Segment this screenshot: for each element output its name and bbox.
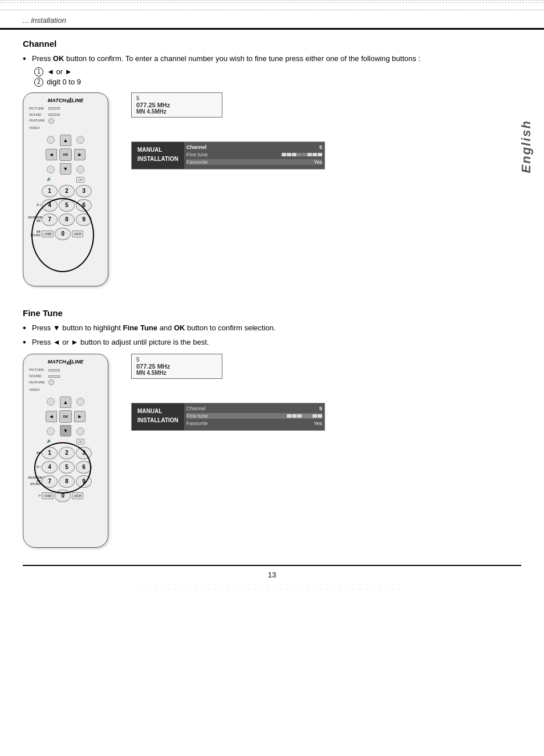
screen-area-channel: 5 077.25 MHz MN 4.5MHz MANUAL INSTALLATI…: [131, 92, 521, 169]
screen-main-ft: MANUAL INSTALLATION Channel 5 Fine tune: [131, 403, 325, 431]
btn-6-ft[interactable]: 6: [76, 461, 92, 474]
label-feature: FEATURE: [29, 118, 102, 124]
numpad-area-channel: 1 2 3 ZI I 4 5 6: [28, 185, 103, 240]
btn-1[interactable]: 1: [42, 185, 58, 197]
screen-row-2-ch: Fine tune: [186, 152, 322, 157]
numbered-item-2: 2 digit 0 to 9: [34, 78, 521, 87]
yes-value-ft: Yes: [314, 421, 322, 426]
btn-ach-ft[interactable]: A/CH: [72, 492, 83, 499]
circle-icon-ft: ⊙: [28, 494, 40, 498]
side-zii: ZI I: [28, 204, 40, 207]
screen-row-3-ft: Favourite Yes: [186, 421, 322, 426]
numpad-row4-ft: ⊙ i OSD 0 A/CH: [28, 490, 103, 502]
picture-bar-ft: [48, 369, 60, 371]
bar1: [67, 100, 68, 103]
num-circle-1: 1: [34, 67, 43, 76]
screen-left-channel: MANUAL INSTALLATION: [132, 142, 184, 169]
dpad-left[interactable]: ◄: [46, 149, 57, 160]
dpad-down[interactable]: ▼: [60, 163, 71, 175]
btn-2-ft[interactable]: 2: [59, 447, 75, 459]
numbered-list: 1 ◄ or ► 2 digit 0 to 9: [34, 67, 521, 87]
dpad-left-ft[interactable]: ◄: [46, 411, 57, 422]
sound-bar-ft: [48, 375, 60, 378]
dpad-up[interactable]: ▲: [60, 135, 71, 146]
fine-tune-bullet-1: • Press ▼ button to highlight Fine Tune …: [23, 322, 521, 334]
ch-label-ft: Channel: [186, 406, 206, 411]
btn-7[interactable]: 7: [42, 213, 58, 226]
bar-ft-3: [297, 414, 302, 418]
btn-4[interactable]: 4: [42, 199, 58, 212]
corner-tl: [47, 136, 55, 144]
btn-1-ft[interactable]: 1: [42, 447, 58, 459]
corner-tr-ft: [76, 398, 84, 406]
side-incredible-ft: INCREDIBLE BB SOUND: [28, 476, 40, 486]
dpad-ok-ft[interactable]: OK: [59, 410, 72, 423]
screen-row-1-ft: Channel 5: [186, 406, 322, 411]
btn-iosd-ft[interactable]: i OSD: [42, 492, 54, 499]
bar-2: [287, 153, 291, 156]
sound-label: SOUND: [28, 234, 40, 237]
btn-7-ft[interactable]: 7: [42, 475, 58, 488]
screen-top-ft: 5 077.25 MHz MN 4.5MHz: [131, 354, 222, 379]
btn-9[interactable]: 9: [76, 213, 92, 226]
channel-bullet-1-text: Press OK button to confirm. To enter a c…: [32, 53, 521, 64]
screen-installation: INSTALLATION: [137, 155, 178, 164]
fine-tune-bullets: • Press ▼ button to highlight Fine Tune …: [23, 322, 521, 349]
remote-icon-row: 🔊 CH: [23, 175, 108, 185]
bullet-dot-ft2: •: [23, 337, 32, 349]
screen-top-line3-ft: MN 4.5MHz: [136, 370, 217, 376]
side-zii-ft: ZI I: [28, 466, 40, 469]
dpad-ok[interactable]: OK: [59, 148, 72, 161]
picture-text: PICTURE: [29, 106, 46, 112]
btn-8[interactable]: 8: [59, 213, 75, 226]
feature-icon-area: [48, 118, 54, 124]
dpad-right[interactable]: ►: [74, 149, 86, 160]
btn-5-ft[interactable]: 5: [59, 461, 75, 474]
header-section: ... installation: [0, 11, 544, 30]
top-decorative-lines: [0, 0, 544, 10]
screen-right-ft: Channel 5 Fine tune: [184, 403, 324, 430]
btn-0[interactable]: 0: [55, 228, 71, 240]
bottom-bar: 13: [23, 565, 521, 584]
screen-row-1-ch: Channel 5: [186, 144, 322, 150]
screen-top-line1-ft: 5: [136, 357, 217, 363]
feature-circle: [48, 118, 54, 124]
remote-wrapper-ft: MATCH LINE: [23, 354, 108, 548]
dpad-channel: ▲ ▼ ◄ ► OK: [46, 135, 86, 175]
vol-icon-ft: 🔊: [47, 439, 52, 444]
feature-text-ft: FEATURE: [29, 379, 46, 386]
btn-iosd[interactable]: i OSD: [42, 231, 54, 237]
side-sound-ft: ⊙: [28, 494, 40, 498]
screen-manual: MANUAL: [137, 145, 178, 155]
btn-3-ft[interactable]: 3: [76, 447, 92, 459]
numpad-row2: ZI I 4 5 6: [28, 199, 103, 212]
dpad-down-ft[interactable]: ▼: [60, 425, 71, 436]
numbered-item-1: 1 ◄ or ►: [34, 67, 521, 76]
bar-ft1: [67, 362, 68, 365]
btn-3[interactable]: 3: [76, 185, 92, 197]
brand-line: LINE: [72, 98, 84, 103]
brand-match: MATCH: [48, 98, 66, 103]
corner-tl-ft: [47, 398, 55, 406]
dpad-right-ft[interactable]: ►: [74, 411, 86, 422]
sound-text-ft: SOUND: [29, 373, 46, 379]
btn-0-ft[interactable]: 0: [55, 490, 71, 502]
bar-ft-5: [307, 414, 312, 418]
btn-ach[interactable]: A/CH: [72, 231, 83, 237]
screen-main-channel: MANUAL INSTALLATION Channel 5 Fine tune: [131, 142, 325, 169]
remote-labels: PICTURE SOUND FEATURE: [23, 103, 108, 134]
numpad-row1-ft: BB 1 2 3: [28, 447, 103, 459]
corner-br-ft: [76, 427, 84, 435]
btn-8-ft[interactable]: 8: [59, 475, 75, 488]
btn-4-ft[interactable]: 4: [42, 461, 58, 474]
btn-2[interactable]: 2: [59, 185, 75, 197]
bar-1: [282, 153, 286, 156]
btn-6[interactable]: 6: [76, 199, 92, 212]
numpad-row3: INCREDIBLE BB 7 8 9: [28, 213, 103, 226]
bar-7: [312, 153, 317, 156]
dpad-up-ft[interactable]: ▲: [60, 397, 71, 408]
btn-9-ft[interactable]: 9: [76, 475, 92, 488]
label-video-ft: VIDEO: [29, 387, 102, 393]
video-text-ft: VIDEO: [29, 387, 46, 393]
btn-5[interactable]: 5: [59, 199, 75, 212]
